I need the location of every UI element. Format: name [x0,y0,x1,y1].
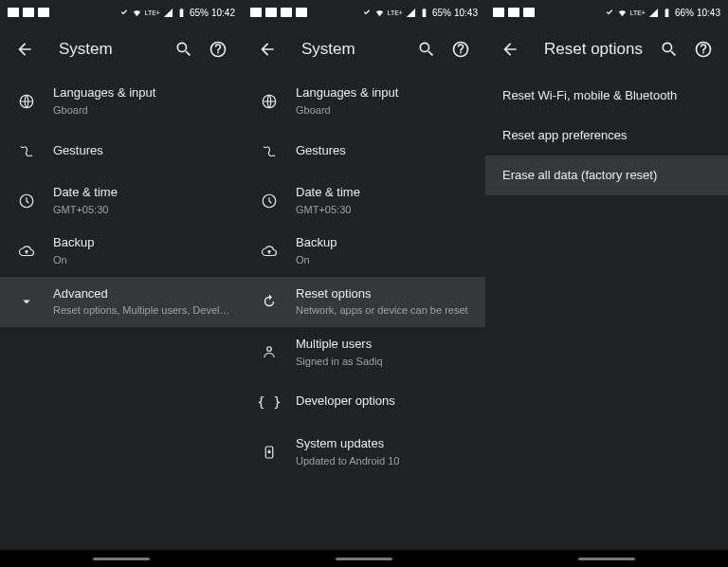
cloud-icon [261,243,278,260]
battery-percent: 65% [190,8,209,18]
status-bar: LTE+ 65% 10:43 [243,0,485,23]
app-bar: System [243,23,485,76]
notification-icon [8,8,19,17]
clock-text: 10:43 [697,8,720,18]
battery-percent: 66% [675,8,694,18]
battery-icon [419,8,429,18]
wifi-call-icon [604,8,614,18]
nav-bar [485,550,728,567]
item-label: Multiple users [296,337,474,353]
item-label: System updates [296,436,474,452]
wifi-icon [617,8,628,18]
item-gestures[interactable]: Gestures [0,126,243,175]
signal-icon [163,8,173,18]
item-sublabel: Reset options, Multiple users, Developer… [53,303,231,317]
battery-icon [176,8,187,18]
nav-bar [0,550,243,567]
clock-text: 10:42 [211,8,235,18]
item-multiple-users[interactable]: Multiple usersSigned in as Sadiq [243,327,485,377]
item-languages-input[interactable]: Languages & inputGboard [243,76,485,126]
status-bar: LTE+ 65% 10:42 [0,0,243,23]
cloud-icon [18,243,35,260]
item-label: Developer options [296,393,474,410]
notification-icon [281,8,292,17]
settings-list: Languages & inputGboard Gestures Date & … [243,76,485,567]
wifi-icon [374,8,385,18]
braces-icon: { } [257,394,281,410]
item-developer-options[interactable]: { } Developer options [243,377,485,427]
reset-icon [261,293,278,310]
item-backup[interactable]: BackupOn [243,226,485,276]
notification-icon [296,8,307,17]
item-system-updates[interactable]: System updatesUpdated to Android 10 [243,427,485,477]
network-type: LTE+ [145,9,160,16]
back-button[interactable] [8,32,42,66]
item-label: Backup [296,235,474,251]
gesture-icon [261,142,278,159]
globe-icon [18,93,35,110]
clock-icon [261,192,278,210]
search-button[interactable] [167,32,201,66]
item-date-time[interactable]: Date & timeGMT+05:30 [243,175,485,226]
globe-icon [261,93,278,110]
update-icon [261,444,278,461]
item-label: Reset Wi-Fi, mobile & Bluetooth [502,88,717,104]
reset-options-list: Reset Wi-Fi, mobile & Bluetooth Reset ap… [485,76,728,567]
item-sublabel: GMT+05:30 [53,203,231,216]
item-sublabel: Updated to Android 10 [296,454,474,467]
item-sublabel: Network, apps or device can be reset [296,303,474,317]
item-date-time[interactable]: Date & timeGMT+05:30 [0,175,243,226]
notification-icon [523,8,535,17]
wifi-call-icon [361,8,372,18]
network-type: LTE+ [388,9,403,16]
screen-1: LTE+ 65% 10:42 System Languages & inputG… [0,0,243,567]
item-sublabel: Signed in as Sadiq [296,355,474,368]
notification-icon [265,8,277,17]
item-reset-wifi-mobile-bluetooth[interactable]: Reset Wi-Fi, mobile & Bluetooth [485,76,728,116]
nav-pill[interactable] [93,558,150,560]
search-button[interactable] [410,32,444,66]
item-gestures[interactable]: Gestures [243,126,485,175]
signal-icon [648,8,659,18]
item-label: Gestures [296,143,474,159]
gesture-icon [18,142,35,159]
item-label: Backup [53,235,231,251]
battery-icon [662,8,672,18]
item-reset-options[interactable]: Reset optionsNetwork, apps or device can… [243,277,485,327]
help-button[interactable] [686,32,720,66]
clock-icon [18,192,35,210]
item-label: Reset app preferences [502,128,717,144]
item-reset-app-preferences[interactable]: Reset app preferences [485,116,728,155]
item-backup[interactable]: BackupOn [0,226,243,276]
nav-pill[interactable] [336,558,392,560]
wifi-call-icon [118,8,129,18]
notification-icon [508,8,519,17]
notification-icon [493,8,504,17]
back-button[interactable] [250,32,284,66]
network-type: LTE+ [630,9,646,16]
item-languages-input[interactable]: Languages & inputGboard [0,76,243,126]
app-bar: Reset options [485,23,728,76]
item-sublabel: GMT+05:30 [296,203,474,216]
item-label: Languages & input [53,85,231,101]
clock-text: 10:43 [454,8,478,18]
search-button[interactable] [652,32,686,66]
page-title: System [301,40,410,59]
nav-bar [243,550,485,567]
item-label: Languages & input [296,85,474,101]
chevron-down-icon [18,293,35,310]
notification-icon [250,8,262,17]
item-erase-all-data[interactable]: Erase all data (factory reset) [485,155,728,195]
item-advanced[interactable]: AdvancedReset options, Multiple users, D… [0,277,243,327]
app-bar: System [0,23,243,76]
nav-pill[interactable] [578,558,635,560]
help-button[interactable] [201,32,235,66]
back-button[interactable] [493,32,527,66]
help-button[interactable] [444,32,478,66]
wifi-icon [132,8,142,18]
settings-list: Languages & inputGboard Gestures Date & … [0,76,243,567]
item-label: Date & time [53,185,231,201]
item-sublabel: On [296,253,474,266]
item-sublabel: Gboard [296,103,474,117]
notification-icon [23,8,34,17]
